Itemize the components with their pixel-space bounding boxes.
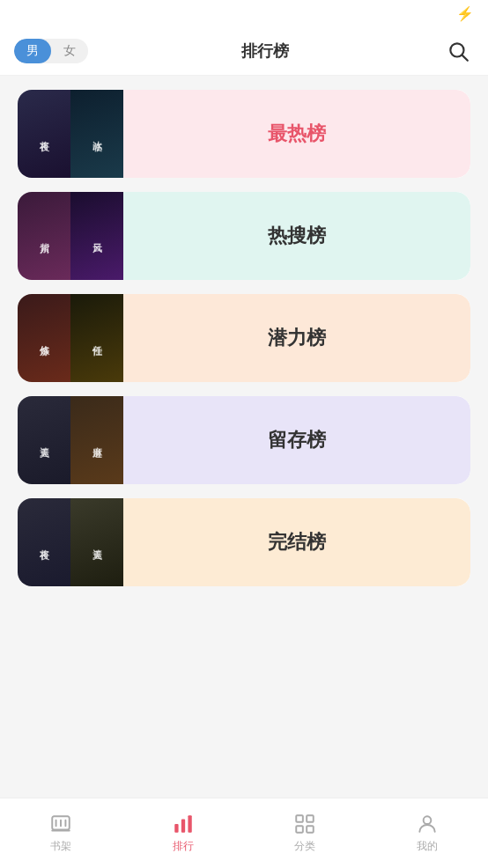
search-button[interactable] <box>442 35 474 67</box>
svg-point-14 <box>423 816 431 824</box>
nav-item-bookshelf[interactable]: 书架 <box>0 805 122 861</box>
book-covers-potential: 修炼 任性 <box>18 294 123 382</box>
book-covers-completed: 将夜 遮天 <box>18 498 123 586</box>
mine-icon <box>416 813 439 835</box>
rank-card-retention[interactable]: 遮天 麻道 留存榜 <box>18 396 470 484</box>
bottom-nav: 书架 排行 分类 我的 <box>0 798 488 868</box>
book-covers-search: 紫川 风云 <box>18 192 123 280</box>
nav-item-category[interactable]: 分类 <box>244 805 366 861</box>
nav-label-mine: 我的 <box>417 839 438 854</box>
rank-label-hot: 最热榜 <box>268 121 326 147</box>
svg-line-1 <box>462 55 468 60</box>
gender-male-button[interactable]: 男 <box>14 39 51 63</box>
header: 男 女 排行榜 <box>0 26 488 76</box>
ranking-icon <box>172 813 195 835</box>
rank-label-completed: 完结榜 <box>268 529 326 555</box>
nav-label-ranking: 排行 <box>173 839 194 854</box>
status-bar: ⚡ <box>0 0 488 26</box>
rank-label-area-retention: 留存榜 <box>123 396 470 484</box>
svg-rect-10 <box>297 815 304 822</box>
svg-rect-8 <box>181 820 185 833</box>
lightning-icon: ⚡ <box>456 5 474 22</box>
svg-rect-7 <box>174 824 178 833</box>
svg-rect-13 <box>307 826 314 833</box>
svg-rect-11 <box>307 815 314 822</box>
gender-toggle[interactable]: 男 女 <box>14 39 88 63</box>
nav-item-mine[interactable]: 我的 <box>366 805 489 861</box>
rank-label-search: 热搜榜 <box>268 223 326 249</box>
page-title: 排行榜 <box>241 40 289 62</box>
main-content: 将夜 冰临 最热榜 紫川 风云 热搜榜 修炼 任性 <box>0 76 488 798</box>
bookshelf-icon <box>49 813 72 835</box>
nav-label-category: 分类 <box>294 839 315 854</box>
rank-label-area-completed: 完结榜 <box>123 498 470 586</box>
svg-rect-12 <box>297 826 304 833</box>
nav-label-bookshelf: 书架 <box>50 839 71 854</box>
rank-label-area-hot: 最热榜 <box>123 90 470 178</box>
rank-label-area-search: 热搜榜 <box>123 192 470 280</box>
svg-rect-9 <box>188 815 191 833</box>
rank-card-search[interactable]: 紫川 风云 热搜榜 <box>18 192 470 280</box>
rank-card-completed[interactable]: 将夜 遮天 完结榜 <box>18 498 470 586</box>
gender-female-button[interactable]: 女 <box>51 39 88 63</box>
rank-card-potential[interactable]: 修炼 任性 潜力榜 <box>18 294 470 382</box>
rank-card-hot[interactable]: 将夜 冰临 最热榜 <box>18 90 470 178</box>
rank-label-area-potential: 潜力榜 <box>123 294 470 382</box>
rank-label-retention: 留存榜 <box>268 427 326 453</box>
book-covers-retention: 遮天 麻道 <box>18 396 123 484</box>
book-covers-hot: 将夜 冰临 <box>18 90 123 178</box>
nav-item-ranking[interactable]: 排行 <box>122 805 245 861</box>
category-icon <box>293 813 316 835</box>
rank-label-potential: 潜力榜 <box>268 325 326 351</box>
